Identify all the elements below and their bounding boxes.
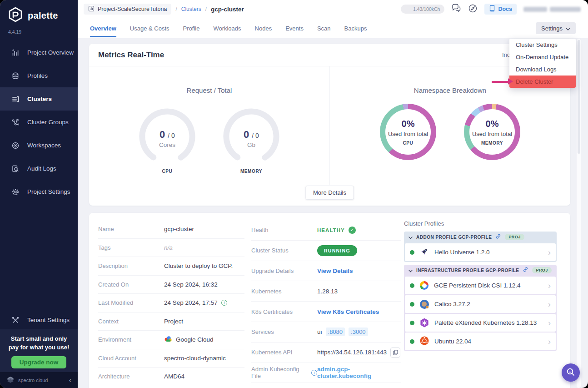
menu-item-cluster-settings[interactable]: Cluster Settings — [509, 39, 576, 51]
profile-layer-calico[interactable]: Calico 3.27.2 › — [405, 295, 556, 313]
menu-item-delete-cluster[interactable]: Delete Cluster — [509, 76, 576, 88]
menu-item-download-logs[interactable]: Download Logs — [509, 63, 576, 76]
field-label: Services — [251, 328, 317, 335]
project-selector[interactable]: Project-ScaleSecureTutoria — [84, 4, 171, 15]
chevron-right-icon[interactable]: › — [548, 282, 551, 290]
profile-layer-hello-universe[interactable]: Hello Universe 1.2.0 › — [405, 243, 556, 261]
chevron-right-icon[interactable]: › — [548, 300, 551, 308]
chevron-right-icon[interactable]: › — [548, 319, 551, 327]
sidebar-item-profiles[interactable]: Profiles — [0, 64, 78, 87]
sidebar-item-project-settings[interactable]: Project Settings — [0, 180, 78, 203]
field-label: K8s Certificates — [251, 308, 317, 315]
field-label: Kubernetes — [251, 288, 317, 295]
kubeconfig-download-link[interactable]: admin.gcp-cluster.kubeconfig — [317, 366, 401, 379]
tab-events[interactable]: Events — [285, 18, 304, 38]
app-window: palette 4.4.19 Project Overview — [0, 0, 588, 388]
namespace-cpu-donut: 0% Used from total CPU — [380, 104, 436, 160]
profile-layer-ubuntu[interactable]: Ubuntu 22.04 › — [405, 333, 556, 350]
field-value: AMD64 — [164, 373, 184, 380]
profile-layer-gce-csi[interactable]: GCE Persistent Disk CSI 1.12.4 › — [405, 277, 556, 294]
tab-scan[interactable]: Scan — [317, 18, 331, 38]
field-label: Cloud Account — [98, 355, 164, 362]
sidebar-nav: Project Overview Profiles — [0, 41, 78, 203]
cluster-profiles-heading: Cluster Profiles — [404, 220, 557, 227]
more-details-button[interactable]: More Details — [305, 186, 354, 200]
topbar: Project-ScaleSecureTutoria / Clusters / … — [78, 0, 588, 38]
ubuntu-icon — [420, 336, 429, 347]
infrastructure-profile-header[interactable]: INFRASTRUCTURE PROFILE GCP-PROFILE PROJ — [404, 265, 557, 276]
menu-item-on-demand-update[interactable]: On-Demand Update — [509, 51, 576, 63]
sidebar-item-label: Workspaces — [27, 142, 61, 149]
view-details-link[interactable]: View Details — [317, 267, 353, 274]
profile-layer-name: Ubuntu 22.04 — [434, 338, 471, 345]
topbar-actions: 1.43/100kCh — [401, 4, 581, 15]
gear-icon — [11, 187, 20, 196]
infrastructure-profile-title: INFRASTRUCTURE PROFILE GCP-PROFILE — [416, 268, 519, 273]
copy-icon[interactable] — [390, 348, 400, 358]
tab-usage-costs[interactable]: Usage & Costs — [130, 18, 169, 38]
user-account-menu[interactable] — [523, 7, 581, 12]
tab-nodes[interactable]: Nodes — [255, 18, 272, 38]
link-icon[interactable] — [523, 266, 528, 274]
status-row-k8s-certificates: K8s Certificates View K8s Certificates — [251, 302, 401, 322]
footer-brand: spectro cloud — [18, 378, 48, 383]
info-row-architecture: Architecture AMD64 — [98, 368, 244, 386]
sidebar-item-tenant-settings[interactable]: Tenant Settings — [0, 308, 78, 332]
cluster-tabs: Overview Usage & Costs Profile Workloads… — [90, 18, 367, 38]
sidebar-item-cluster-groups[interactable]: Cluster Groups — [0, 111, 78, 134]
vertical-scrollbar[interactable] — [577, 39, 581, 388]
service-port-link[interactable]: :8080 — [326, 328, 345, 336]
upgrade-text: Start small and only pay for what you us… — [0, 335, 78, 352]
addon-profile-header[interactable]: ADDON PROFILE GCP-PROFILE PROJ — [404, 232, 557, 242]
settings-button-label: Settings — [541, 25, 563, 32]
service-port-link[interactable]: :3000 — [349, 328, 368, 336]
tools-icon — [11, 316, 20, 324]
sidebar-item-workspaces[interactable]: Workspaces — [0, 134, 78, 157]
sidebar-item-audit-logs[interactable]: Audit Logs — [0, 157, 78, 180]
feedback-chat-icon[interactable] — [451, 4, 461, 15]
docs-button[interactable]: Docs — [484, 4, 517, 15]
palette-kubernetes-icon — [420, 318, 429, 328]
sidebar-item-label: Project Settings — [27, 188, 70, 195]
settings-dropdown-button[interactable]: Settings — [536, 22, 576, 34]
help-search-fab[interactable] — [562, 363, 580, 382]
info-row-context: Context Project — [98, 312, 244, 331]
sidebar-item-label: Profiles — [27, 72, 48, 79]
tab-overview[interactable]: Overview — [90, 18, 116, 38]
project-chart-icon — [88, 5, 95, 13]
info-icon[interactable]: i — [221, 300, 227, 306]
memory-used-value: 0 — [244, 129, 249, 141]
google-cloud-icon — [164, 336, 172, 343]
metrics-card: Metrics Real-Time Incl Request / Total — [89, 44, 570, 206]
field-label: Environment — [98, 336, 164, 343]
chevron-right-icon[interactable]: › — [548, 248, 551, 257]
sidebar-item-clusters[interactable]: Clusters — [0, 87, 78, 111]
memory-donut-label: MEMORY — [481, 141, 503, 146]
info-row-created-on: Created On 24 Sep 2024, 16:32 — [98, 276, 244, 294]
collapse-sidebar-button[interactable]: ‹ — [69, 377, 71, 384]
cluster-status-column: Health HEALTHY ✓ Cluster Status RUNNING … — [251, 220, 401, 383]
tab-workloads[interactable]: Workloads — [213, 18, 241, 38]
tab-profile[interactable]: Profile — [183, 18, 200, 38]
scrollbar-thumb[interactable] — [578, 40, 580, 154]
status-dot-green — [410, 321, 414, 325]
project-name: Project-ScaleSecureTutoria — [98, 6, 167, 12]
status-row-upgrade-details: Upgrade Details View Details — [251, 261, 401, 282]
cpu-used-value: 0 — [159, 129, 165, 141]
upgrade-now-button[interactable]: Upgrade now — [11, 356, 67, 368]
breadcrumb-clusters-link[interactable]: Clusters — [181, 6, 201, 12]
sidebar-item-project-overview[interactable]: Project Overview — [0, 41, 78, 64]
tab-backups[interactable]: Backups — [344, 18, 367, 38]
chevron-right-icon[interactable]: › — [548, 338, 551, 346]
info-icon[interactable]: i — [311, 370, 317, 376]
running-status-badge: RUNNING — [317, 245, 357, 256]
cpu-total-value: / 0 — [168, 132, 175, 139]
explore-compass-icon[interactable] — [468, 4, 478, 15]
concentric-circles-icon — [11, 141, 20, 150]
info-row-cloud-account: Cloud Account spectro-cloud-dynamic — [98, 349, 244, 368]
link-icon[interactable] — [495, 233, 501, 241]
profile-layer-pxk[interactable]: Palette eXtended Kubernetes 1.28.13 › — [405, 314, 556, 332]
credits-usage-badge[interactable]: 1.43/100kCh — [401, 5, 444, 14]
view-k8s-certificates-link[interactable]: View K8s Certificates — [317, 308, 379, 315]
magnifier-smile-icon — [566, 367, 576, 378]
